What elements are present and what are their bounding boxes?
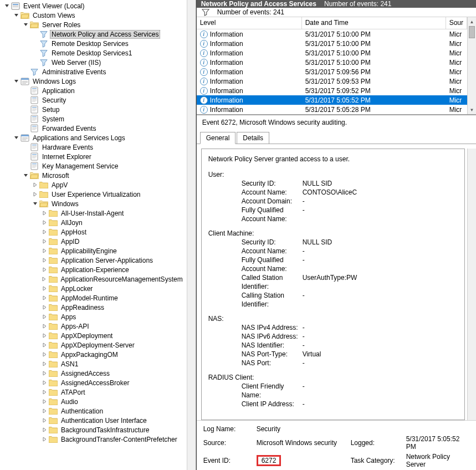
expander-icon[interactable]: [41, 380, 48, 386]
tree-item[interactable]: AssignedAccess: [0, 369, 187, 378]
tree-item[interactable]: AppReadiness: [0, 303, 187, 312]
table-row[interactable]: iInformation5/31/2017 5:10:00 PMMicr: [197, 39, 467, 48]
expander-icon[interactable]: [3, 3, 10, 9]
table-row[interactable]: iInformation5/31/2017 5:10:00 PMMicr: [197, 29, 467, 39]
tree-item[interactable]: Apps-API: [0, 321, 187, 331]
expander-icon[interactable]: [41, 304, 48, 311]
tree-item[interactable]: AppV: [0, 180, 187, 190]
expander-icon[interactable]: [41, 248, 48, 254]
table-row[interactable]: iInformation5/31/2017 5:05:28 PMMicr: [197, 105, 467, 114]
expander-icon[interactable]: [41, 370, 48, 377]
table-header[interactable]: Level Date and Time Sour: [197, 17, 467, 29]
tree-item[interactable]: Remote Desktop Services: [0, 39, 187, 48]
tree-item[interactable]: Remote Desktop Services1: [0, 48, 187, 58]
expander-icon[interactable]: [13, 78, 19, 85]
tree-item[interactable]: Windows: [0, 199, 187, 208]
tree-scrollbar[interactable]: [187, 0, 196, 470]
expander-icon[interactable]: [41, 285, 48, 292]
tree-item[interactable]: Windows Logs: [0, 76, 187, 86]
expander-icon[interactable]: [41, 417, 48, 424]
expander-icon[interactable]: [41, 210, 48, 217]
table-row[interactable]: iInformation5/31/2017 5:05:52 PMMicr: [197, 95, 467, 105]
tree-item[interactable]: User Experience Virtualization: [0, 190, 187, 199]
tree-item[interactable]: Forwarded Events: [0, 124, 187, 133]
tree-item[interactable]: ATAPort: [0, 387, 187, 397]
tree-item[interactable]: AppHost: [0, 227, 187, 237]
expander-icon[interactable]: [41, 333, 48, 339]
expander-icon[interactable]: [32, 191, 38, 198]
tree-item[interactable]: All-User-Install-Agent: [0, 208, 187, 218]
expander-icon[interactable]: [41, 238, 48, 245]
tree-item[interactable]: Setup: [0, 105, 187, 114]
expander-icon[interactable]: [41, 389, 48, 396]
scroll-up-arrow[interactable]: ▲: [468, 17, 476, 26]
scroll-down-arrow[interactable]: ▼: [468, 105, 476, 114]
tree-item[interactable]: BackgroundTransfer-ContentPrefetcher: [0, 435, 187, 444]
tree-item[interactable]: BackgroundTaskInfrastructure: [0, 425, 187, 435]
expander-icon[interactable]: [41, 314, 48, 320]
tree-item[interactable]: AssignedAccessBroker: [0, 378, 187, 387]
tree-item[interactable]: Audio: [0, 397, 187, 406]
tree-item[interactable]: Network Policy and Access Services: [0, 29, 187, 39]
detail-scrollbar[interactable]: [467, 149, 476, 420]
expander-icon[interactable]: [41, 427, 48, 433]
column-date[interactable]: Date and Time: [302, 17, 446, 29]
tree-item[interactable]: Apps: [0, 312, 187, 321]
table-row[interactable]: iInformation5/31/2017 5:10:00 PMMicr: [197, 58, 467, 67]
tree-item[interactable]: Server Roles: [0, 20, 187, 29]
tree-item[interactable]: Application: [0, 86, 187, 95]
expander-icon[interactable]: [41, 361, 48, 367]
expander-icon[interactable]: [22, 22, 29, 28]
expander-icon[interactable]: [41, 229, 48, 236]
tab-general[interactable]: General: [200, 132, 236, 144]
table-row[interactable]: iInformation5/31/2017 5:10:00 PMMicr: [197, 48, 467, 58]
tree-view[interactable]: Event Viewer (Local)Custom ViewsServer R…: [0, 0, 187, 470]
column-level[interactable]: Level: [197, 17, 302, 29]
table-scrollbar[interactable]: ▲ ▼: [467, 17, 476, 114]
expander-icon[interactable]: [41, 219, 48, 226]
tree-item[interactable]: Security: [0, 95, 187, 105]
tree-item[interactable]: Authentication User Interface: [0, 416, 187, 425]
expander-icon[interactable]: [13, 135, 19, 141]
tree-item[interactable]: Administrative Events: [0, 67, 187, 76]
tree-item[interactable]: Event Viewer (Local): [0, 1, 187, 11]
expander-icon[interactable]: [32, 182, 38, 188]
table-row[interactable]: iInformation5/31/2017 5:09:52 PMMicr: [197, 86, 467, 95]
expander-icon[interactable]: [13, 12, 19, 19]
tree-item[interactable]: ApplicabilityEngine: [0, 246, 187, 256]
tree-item[interactable]: ASN1: [0, 359, 187, 369]
expander-icon[interactable]: [41, 276, 48, 283]
column-source[interactable]: Sour: [446, 17, 467, 29]
expander-icon[interactable]: [41, 436, 48, 443]
tree-item[interactable]: AppXDeployment: [0, 331, 187, 340]
tree-item[interactable]: Key Management Service: [0, 161, 187, 171]
tree-item[interactable]: AppModel-Runtime: [0, 293, 187, 303]
expander-icon[interactable]: [41, 323, 48, 330]
tree-item[interactable]: AppID: [0, 237, 187, 246]
expander-icon[interactable]: [22, 172, 29, 179]
expander-icon[interactable]: [41, 351, 48, 358]
expander-icon[interactable]: [41, 257, 48, 264]
tree-item[interactable]: ApplicationResourceManagementSystem: [0, 274, 187, 284]
scroll-thumb[interactable]: [469, 26, 475, 38]
tree-item[interactable]: AppXDeployment-Server: [0, 340, 187, 350]
expander-icon[interactable]: [32, 201, 38, 207]
tree-item[interactable]: Custom Views: [0, 11, 187, 20]
expander-icon[interactable]: [41, 408, 48, 415]
expander-icon[interactable]: [41, 267, 48, 273]
tab-details[interactable]: Details: [237, 132, 269, 144]
expander-icon[interactable]: [41, 399, 48, 405]
tree-item[interactable]: AppLocker: [0, 284, 187, 293]
tree-item[interactable]: Web Server (IIS): [0, 58, 187, 67]
table-row[interactable]: iInformation5/31/2017 5:09:56 PMMicr: [197, 67, 467, 76]
expander-icon[interactable]: [41, 342, 48, 349]
tree-item[interactable]: Application Server-Applications: [0, 256, 187, 265]
tree-item[interactable]: Internet Explorer: [0, 152, 187, 161]
tree-item[interactable]: AllJoyn: [0, 218, 187, 227]
tree-item[interactable]: Hardware Events: [0, 142, 187, 152]
tree-item[interactable]: System: [0, 114, 187, 124]
tree-item[interactable]: Application-Experience: [0, 265, 187, 274]
tree-item[interactable]: Authentication: [0, 406, 187, 416]
tree-item[interactable]: AppxPackagingOM: [0, 350, 187, 359]
table-row[interactable]: iInformation5/31/2017 5:09:53 PMMicr: [197, 76, 467, 86]
